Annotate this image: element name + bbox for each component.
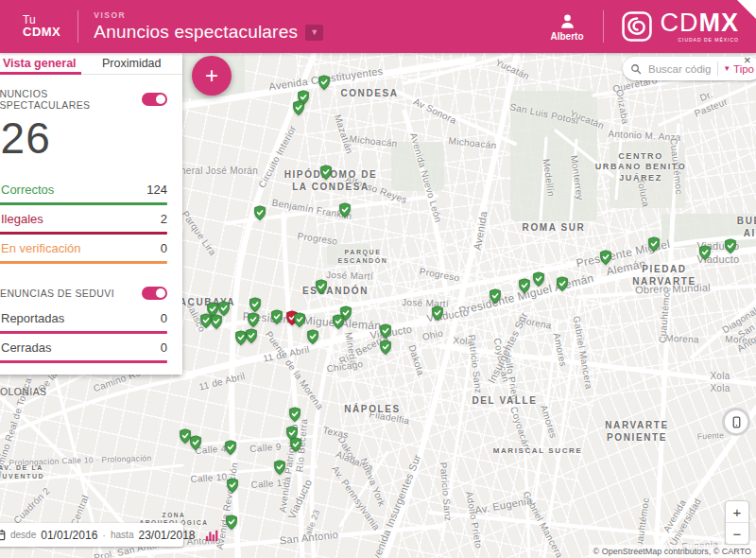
map-street-label: Morena bbox=[517, 315, 552, 333]
map-area-label: CENTRO URBANO BENITO JUÁREZ bbox=[595, 151, 687, 183]
map-street-label: Alabama bbox=[334, 448, 374, 474]
map-street-label: Av Sonora bbox=[411, 96, 458, 128]
map-street-label: Avenida Insurgentes Sur bbox=[368, 452, 424, 558]
close-icon[interactable]: × bbox=[744, 54, 751, 66]
map-area-label: ROMA SUR bbox=[523, 222, 586, 235]
stat-bar bbox=[0, 261, 167, 264]
map-street-label: Cuadrón 2 bbox=[11, 485, 53, 527]
marker-ok-shield-icon[interactable] bbox=[557, 276, 569, 291]
map-area-label: MARISCAL SUCRE bbox=[493, 446, 583, 456]
tab-proximidad[interactable]: Proximidad bbox=[81, 53, 183, 74]
marker-ok-shield-icon[interactable] bbox=[293, 100, 305, 115]
marker-ok-shield-icon[interactable] bbox=[290, 437, 302, 452]
marker-ok-shield-icon[interactable] bbox=[600, 250, 612, 265]
stat-bar bbox=[0, 331, 167, 334]
map-street-label: Amores bbox=[550, 332, 569, 368]
map-area-label: CONDESA bbox=[340, 88, 398, 100]
marker-ok-shield-icon[interactable] bbox=[248, 312, 260, 327]
app-label: VISOR bbox=[94, 10, 323, 20]
anuncios-toggle[interactable] bbox=[142, 93, 167, 106]
marker-ok-shield-icon[interactable] bbox=[380, 340, 392, 355]
stat-row[interactable]: Ilegales2 bbox=[0, 212, 167, 235]
marker-ok-shield-icon[interactable] bbox=[254, 205, 266, 220]
chart-icon[interactable] bbox=[205, 529, 218, 542]
marker-ok-shield-icon[interactable] bbox=[246, 328, 258, 343]
map-street-label: Patricio Sanz bbox=[437, 462, 454, 522]
marker-ok-shield-icon[interactable] bbox=[699, 245, 712, 260]
marker-ok-shield-icon[interactable] bbox=[227, 478, 239, 493]
marker-ok-shield-icon[interactable] bbox=[307, 329, 319, 344]
stat-bar bbox=[0, 360, 167, 363]
date-range-bar[interactable]: desde 01/01/2016 · hasta 23/01/2018 bbox=[0, 523, 183, 547]
search-input[interactable] bbox=[646, 62, 713, 76]
map-attribution: © OpenStreetMap contributors, © CARTO bbox=[589, 545, 756, 558]
divider bbox=[717, 61, 718, 76]
marker-ok-shield-icon[interactable] bbox=[725, 238, 737, 253]
map-street-label: Progreso bbox=[297, 231, 338, 248]
divider bbox=[603, 10, 604, 43]
marker-ok-shield-icon[interactable] bbox=[533, 271, 545, 287]
zoom-in-button[interactable]: + bbox=[726, 501, 748, 523]
map-street-label: José Martí bbox=[326, 270, 373, 283]
marker-ok-shield-icon[interactable] bbox=[316, 279, 328, 294]
marker-ok-shield-icon[interactable] bbox=[294, 312, 306, 327]
user-menu[interactable]: Alberto bbox=[551, 12, 584, 42]
map-street-label: Michoacán bbox=[448, 135, 497, 152]
mobile-device-icon bbox=[731, 416, 742, 428]
add-button[interactable]: + bbox=[192, 56, 232, 96]
map-street-label: Yucatán bbox=[493, 57, 531, 82]
map-street-label: San Luis Potosí bbox=[508, 101, 580, 128]
marker-ok-shield-icon[interactable] bbox=[519, 278, 531, 293]
map-street-label: Mazatlán bbox=[331, 113, 354, 156]
map-street-label: Alfonso Reyes bbox=[344, 173, 409, 206]
marker-ok-shield-icon[interactable] bbox=[271, 309, 284, 324]
marker-ok-shield-icon[interactable] bbox=[339, 202, 352, 218]
map-street-label: Monterrey bbox=[567, 155, 585, 201]
marker-ok-shield-icon[interactable] bbox=[180, 428, 192, 444]
map-street-label: Michoacán bbox=[349, 133, 398, 150]
stat-row[interactable]: Correctos124 bbox=[0, 183, 167, 205]
map-street-label: Minería bbox=[342, 331, 359, 366]
marker-ok-shield-icon[interactable] bbox=[320, 165, 333, 180]
section-label-seduvi: DENUNCIAS DE SEDUVI bbox=[0, 288, 114, 299]
tab-vista-general[interactable]: Vista general bbox=[0, 53, 81, 74]
stat-label: Ilegales bbox=[1, 212, 43, 226]
title-dropdown-button[interactable]: ▼ bbox=[305, 25, 323, 41]
seduvi-toggle[interactable] bbox=[142, 287, 167, 300]
marker-ok-shield-icon[interactable] bbox=[318, 75, 331, 90]
marker-ok-shield-icon[interactable] bbox=[249, 297, 262, 312]
app: Avenida ConstituyentesMazatlánAv SonoraY… bbox=[0, 0, 756, 558]
marker-ok-shield-icon[interactable] bbox=[211, 314, 223, 329]
stat-value: 0 bbox=[161, 241, 167, 255]
user-name: Alberto bbox=[551, 31, 584, 42]
stat-value: 2 bbox=[161, 212, 167, 226]
map-street-label: Diagonal San Antonio bbox=[720, 305, 756, 357]
zoom-out-button[interactable]: − bbox=[726, 523, 748, 544]
locate-device-button[interactable] bbox=[722, 408, 750, 436]
map-street-label: Ohio bbox=[421, 328, 444, 344]
app-header: Tu CDMX VISOR Anuncios espectaculares ▼ … bbox=[0, 0, 756, 53]
marker-ok-shield-icon[interactable] bbox=[274, 460, 286, 475]
map-area-label: PIEDAD NARVARTE bbox=[632, 264, 696, 288]
seduvi-stats: Reportadas0Cerradas0 bbox=[0, 311, 167, 363]
stat-row[interactable]: Cerradas0 bbox=[0, 340, 167, 363]
marker-ok-shield-icon[interactable] bbox=[226, 514, 238, 530]
search-bar[interactable]: ▼ Tipo bbox=[623, 57, 756, 80]
map-area-label: NARVARTE PONIENTE bbox=[605, 420, 668, 444]
map-street-label: Yucatán bbox=[568, 108, 606, 132]
stat-row[interactable]: Reportadas0 bbox=[0, 311, 167, 334]
marker-ok-shield-icon[interactable] bbox=[380, 323, 392, 339]
marker-ok-shield-icon[interactable] bbox=[333, 314, 345, 329]
stat-row[interactable]: En verificación0 bbox=[0, 241, 167, 264]
marker-ok-shield-icon[interactable] bbox=[225, 440, 237, 455]
map-street-label: Adolfo Prieto bbox=[463, 491, 485, 549]
marker-ok-shield-icon[interactable] bbox=[648, 236, 661, 252]
map-street-label: Prolongación Calle 10 · Prolongación bbox=[9, 453, 151, 468]
tu-cdmx-logo[interactable]: Tu CDMX bbox=[23, 14, 60, 39]
stat-value: 0 bbox=[161, 340, 167, 355]
map-street-label: Calle 9 bbox=[249, 442, 282, 456]
map-street-label: Gabriel Mancera bbox=[570, 315, 594, 390]
marker-ok-shield-icon[interactable] bbox=[432, 305, 444, 321]
marker-ok-shield-icon[interactable] bbox=[490, 288, 502, 304]
marker-ok-shield-icon[interactable] bbox=[289, 407, 301, 422]
